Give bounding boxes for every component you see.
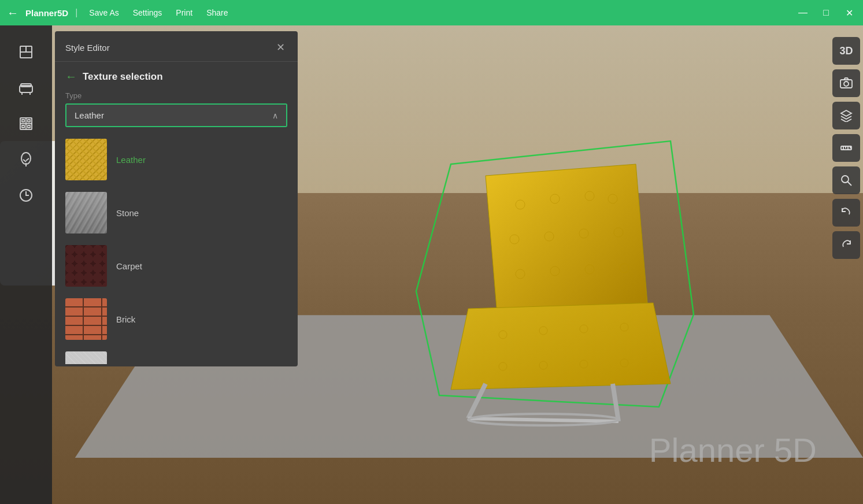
windows-icon[interactable] (11, 109, 41, 139)
svg-marker-14 (451, 303, 671, 390)
texture-item-brick[interactable]: Brick (57, 292, 295, 346)
ruler-button[interactable] (832, 134, 860, 162)
main-viewport: 3D (0, 25, 863, 504)
texture-selection-header: ← Texture selection (55, 62, 298, 89)
share-menu[interactable]: Share (202, 6, 232, 20)
dropdown-value: Leather (75, 110, 104, 120)
style-editor-header: Style Editor ✕ (55, 31, 298, 62)
selected-chair[interactable] (393, 129, 717, 430)
svg-rect-38 (28, 120, 30, 122)
furniture-icon[interactable] (11, 73, 41, 103)
back-button[interactable]: ← (7, 6, 18, 20)
dropdown-selected-value[interactable]: Leather ∧ (66, 105, 286, 126)
style-editor-panel: Style Editor ✕ ← Texture selection Type … (55, 31, 298, 366)
texture-thumb-leather (65, 139, 107, 180)
layers-button[interactable] (832, 102, 860, 129)
plants-icon[interactable] (11, 144, 41, 175)
svg-rect-40 (28, 125, 30, 128)
texture-type-dropdown[interactable]: Leather ∧ (65, 103, 287, 127)
texture-item-leather[interactable]: Leather (57, 133, 295, 186)
view-3d-button[interactable]: 3D (832, 37, 860, 65)
svg-point-41 (21, 153, 31, 164)
app-name: Planner5D (25, 8, 68, 18)
maximize-button[interactable]: □ (819, 8, 833, 18)
svg-rect-37 (22, 120, 24, 122)
texture-item-plaster[interactable]: Plaster (57, 346, 295, 364)
settings-menu[interactable]: Settings (128, 6, 167, 20)
close-window-button[interactable]: ✕ (842, 8, 856, 18)
texture-name-leather: Leather (116, 155, 146, 165)
right-sidebar: 3D (829, 25, 863, 504)
texture-name-brick: Brick (116, 314, 135, 324)
separator: | (75, 8, 77, 18)
svg-line-44 (26, 158, 29, 161)
floor-plan-icon[interactable] (11, 37, 41, 67)
texture-list: LeatherStoneCarpetBrickPlaster (57, 133, 295, 364)
save-as-menu[interactable]: Save As (84, 6, 123, 20)
undo-button[interactable] (832, 199, 860, 227)
redo-button[interactable] (832, 231, 860, 259)
camera-button[interactable] (832, 69, 860, 97)
minimize-button[interactable]: — (796, 8, 810, 18)
svg-point-54 (842, 176, 849, 183)
back-to-style-button[interactable]: ← (65, 70, 77, 83)
texture-name-stone: Stone (116, 208, 139, 218)
close-style-editor-button[interactable]: ✕ (273, 40, 287, 54)
texture-item-carpet[interactable]: Carpet (57, 239, 295, 292)
svg-rect-39 (22, 125, 24, 128)
texture-thumb-brick (65, 298, 107, 340)
chevron-up-icon: ∧ (272, 111, 278, 120)
history-icon[interactable] (11, 180, 41, 210)
svg-line-43 (23, 160, 26, 162)
svg-line-24 (613, 384, 618, 421)
left-sidebar (0, 25, 52, 504)
window-controls: — □ ✕ (796, 8, 856, 18)
chair-svg (393, 129, 717, 430)
type-label: Type (55, 89, 298, 103)
svg-point-47 (844, 81, 849, 86)
search-button[interactable] (832, 166, 860, 194)
style-editor-title: Style Editor (65, 43, 110, 53)
texture-thumb-carpet (65, 245, 107, 287)
3d-label: 3D (839, 45, 853, 57)
texture-name-carpet: Carpet (116, 261, 142, 271)
print-menu[interactable]: Print (171, 6, 197, 20)
texture-item-stone[interactable]: Stone (57, 186, 295, 239)
svg-line-55 (848, 182, 852, 186)
titlebar: ← Planner5D | Save As Settings Print Sha… (0, 0, 863, 25)
texture-thumb-stone (65, 192, 107, 234)
texture-selection-title: Texture selection (83, 71, 163, 83)
texture-thumb-plaster (65, 351, 107, 364)
svg-marker-48 (841, 110, 851, 116)
svg-line-25 (468, 418, 618, 421)
